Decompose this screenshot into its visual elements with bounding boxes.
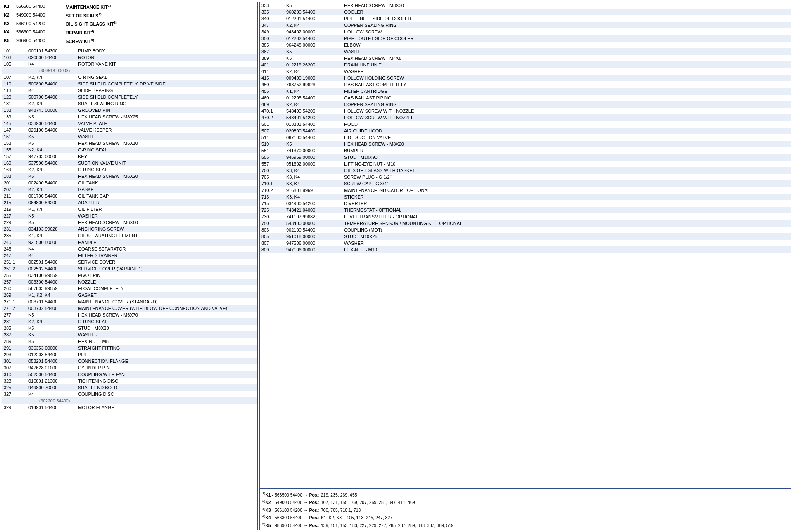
- part-cell: K1, K4: [27, 232, 76, 239]
- part-cell: K1, K2, K4: [27, 292, 76, 298]
- table-row: 155 K2, K4 O-RING SEAL: [2, 147, 257, 153]
- pos-cell: 255: [2, 272, 27, 279]
- pos-cell: 715: [260, 200, 285, 207]
- pos-cell: 725: [260, 207, 285, 213]
- desc-cell: COPPER SEALING RING: [342, 22, 791, 28]
- right-panel: 333 K5 HEX HEAD SCREW - M8X30 335 960200…: [259, 2, 791, 530]
- table-row: 325 949800 70000 SHAFT END BOLD: [2, 384, 257, 391]
- part-cell: K5: [27, 173, 76, 180]
- footnote-line: 3)K3 - 566100 54200 → Pos.: 700, 705, 71…: [262, 506, 788, 513]
- pos-cell: 291: [2, 345, 27, 351]
- desc-cell: LID - SUCTION VALVE: [342, 134, 791, 141]
- desc-cell: COARSE SEPARATOR: [76, 246, 257, 252]
- part-cell: 548400 54200: [285, 108, 342, 114]
- part-cell: 002502 54400: [27, 265, 76, 272]
- table-row: (902200 54400): [2, 397, 257, 404]
- desc-cell: CONNECTION FLANGE: [76, 358, 257, 364]
- desc-cell: HOLLOW SCREW WITH NOZZLE: [342, 114, 791, 121]
- table-row: 340 012201 54400 PIPE - INLET SIDE OF CO…: [260, 15, 791, 22]
- part-cell: 064800 54200: [27, 199, 76, 206]
- desc-cell: HOLLOW SCREW WITH NOZZLE: [342, 108, 791, 114]
- footnotes-area: 1)K1 - 566500 54400 → Pos.: 219, 235, 26…: [260, 488, 791, 530]
- pos-cell: 277: [2, 312, 27, 318]
- desc-cell: [76, 67, 257, 74]
- pos-cell: 327: [2, 391, 27, 397]
- pos-cell: 260: [2, 285, 27, 292]
- table-row: 105 K4 ROTOR VANE KIT: [2, 61, 257, 67]
- part-cell: 741370 00000: [285, 147, 342, 154]
- pos-cell: 160: [2, 160, 27, 166]
- pos-cell: 805: [260, 233, 285, 240]
- pos-cell: 251.1: [2, 259, 27, 265]
- footnote-line: 1)K1 - 566500 54400 → Pos.: 219, 235, 26…: [262, 490, 788, 498]
- desc-cell: NOZZLE: [76, 279, 257, 285]
- desc-cell: OIL SIGHT GLASS WITH GASKET: [342, 167, 791, 174]
- table-row: 215 064800 54200 ADAPTER: [2, 199, 257, 206]
- table-row: 169 K2, K4 O-RING SEAL: [2, 166, 257, 173]
- desc-cell: COPPER SEALING RING: [342, 101, 791, 108]
- table-row: 133 948743 00000 GROOVED PIN: [2, 107, 257, 113]
- table-row: 555 946969 00000 STUD - M10X90: [260, 154, 791, 161]
- kit-desc: MAINTENANCE KIT1): [64, 2, 257, 11]
- part-cell: 012203 54400: [27, 351, 76, 358]
- desc-cell: HEX-NUT - M8: [76, 338, 257, 345]
- pos-cell: 750: [260, 220, 285, 227]
- desc-cell: GASKET: [76, 186, 257, 193]
- pos-cell: 157: [2, 153, 27, 160]
- part-cell: K2, K4: [285, 68, 342, 75]
- table-row: (900514 00003): [2, 67, 257, 74]
- part-cell: K5: [27, 219, 76, 226]
- pos-cell: 323: [2, 378, 27, 384]
- table-row: 110 500800 54400 SIDE SHIELD COMPLETELY,…: [2, 80, 257, 87]
- table-row: 160 537500 54400 SUCTION VALVE UNIT: [2, 160, 257, 166]
- desc-cell: PUMP BODY: [76, 47, 257, 54]
- desc-cell: GROOVED PIN: [76, 107, 257, 113]
- pos-cell: 155: [2, 147, 27, 153]
- table-row: 255 034100 99559 PIVOT PIN: [2, 272, 257, 279]
- kit-part: 566500 54400: [14, 2, 64, 11]
- pos-cell: 139: [2, 113, 27, 120]
- part-cell: 946969 00000: [285, 154, 342, 161]
- part-cell: K5: [27, 325, 76, 331]
- desc-cell: COUPLING DISC: [76, 391, 257, 397]
- part-cell: 948743 00000: [27, 107, 76, 113]
- table-row: 710.2 916801 99691 MAINTENANCE INDICATOR…: [260, 187, 791, 194]
- desc-cell: MAINTENANCE INDICATOR - OPTIONAL: [342, 187, 791, 194]
- part-cell: 502300 54400: [27, 371, 76, 378]
- desc-cell: SERVICE COVER (VARIANT 1): [76, 265, 257, 272]
- pos-cell: 231: [2, 226, 27, 232]
- pos-cell: 385: [260, 42, 285, 48]
- kit-desc: SCREW KIT5): [64, 36, 257, 45]
- part-cell: 921500 50000: [27, 239, 76, 246]
- part-cell: K4: [27, 252, 76, 259]
- pos-cell: 281: [2, 318, 27, 325]
- pos-cell: 411: [260, 68, 285, 75]
- pos-cell: 557: [260, 161, 285, 167]
- part-cell: K3, K4: [285, 174, 342, 180]
- left-panel: K1 566500 54400 MAINTENANCE KIT1) K2 549…: [2, 2, 258, 530]
- table-row: 291 936353 00000 STRAIGHT FITTING: [2, 345, 257, 351]
- pos-cell: 105: [2, 61, 27, 67]
- pos-cell: 247: [2, 252, 27, 259]
- table-row: 705 K3, K4 SCREW PLUG - G 1/2": [260, 174, 791, 180]
- table-row: 713 K3, K4 STICKER: [260, 194, 791, 200]
- table-row: 139 K5 HEX HEAD SCREW - M8X25: [2, 113, 257, 120]
- part-cell: 500800 54400: [27, 80, 76, 87]
- desc-cell: BUMPER: [342, 147, 791, 154]
- part-cell: 947506 00000: [285, 240, 342, 246]
- table-row: 551 741370 00000 BUMPER: [260, 147, 791, 154]
- table-row: 335 960200 54400 COOLER: [260, 9, 791, 15]
- part-cell: K5: [285, 2, 342, 9]
- table-row: 329 014901 54400 MOTOR FLANGE: [2, 404, 257, 411]
- part-cell: (902200 54400): [27, 397, 76, 404]
- pos-cell: 169: [2, 166, 27, 173]
- pos-cell: 329: [2, 404, 27, 411]
- desc-cell: WASHER: [76, 213, 257, 219]
- kit-id: K5: [2, 36, 14, 45]
- kit-row: K5 966900 54400 SCREW KIT5): [2, 36, 257, 45]
- part-cell: K5: [27, 133, 76, 140]
- part-cell: K2, K4: [27, 100, 76, 107]
- part-cell: K2, K4: [27, 186, 76, 193]
- part-cell: K2, K4: [27, 74, 76, 80]
- desc-cell: HEX HEAD SCREW - M8X20: [342, 141, 791, 147]
